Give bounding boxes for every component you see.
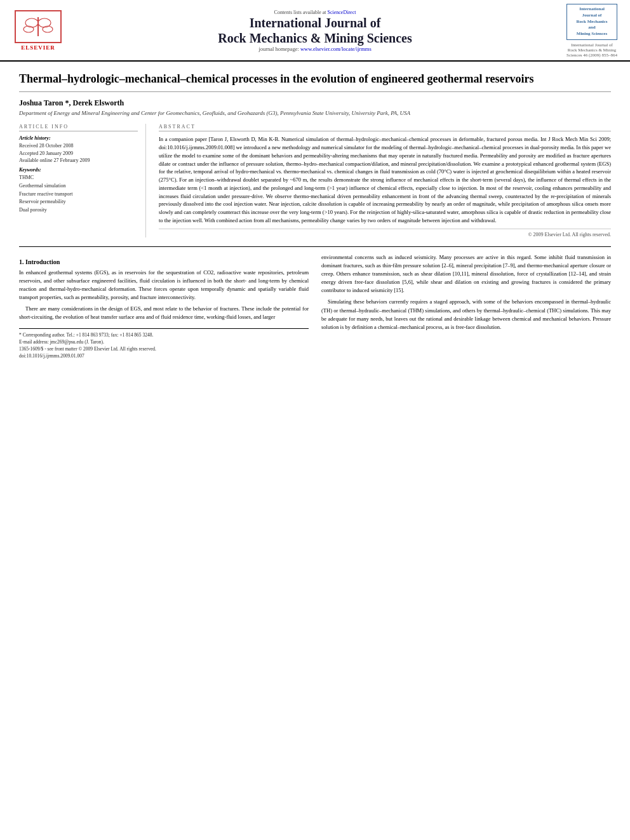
main-content: Thermal–hydrologic–mechanical–chemical p… <box>0 62 630 373</box>
keywords-list: THMC Geothermal simulation Fracture reac… <box>19 174 138 215</box>
keywords-heading: Keywords: <box>19 167 138 173</box>
article-title: Thermal–hydrologic–mechanical–chemical p… <box>19 72 611 92</box>
keyword-dual: Dual porosity <box>19 206 138 215</box>
body-text-right: environmental concerns such as induced s… <box>321 253 611 332</box>
body-divider <box>19 246 611 247</box>
footnote-email: E-mail address: jmc269@psu.edu (J. Taron… <box>19 338 309 345</box>
footnote-area: * Corresponding author. Tel.: +1 814 863… <box>19 328 309 360</box>
body-col-left: 1. Introduction In enhanced geothermal s… <box>19 253 309 360</box>
elsevier-graphic-icon <box>19 14 57 38</box>
science-direct-link[interactable]: ScienceDirect <box>328 10 356 15</box>
authors: Joshua Taron *, Derek Elsworth <box>19 98 611 108</box>
journal-logo-box: InternationalJournal ofRock Mechanicsand… <box>566 4 617 40</box>
section1-title: 1. Introduction <box>19 258 309 265</box>
keyword-reservoir: Reservoir permeability <box>19 198 138 206</box>
elsevier-label: ELSEVIER <box>13 44 64 51</box>
keyword-fracture: Fracture reactive transport <box>19 190 138 199</box>
keyword-geothermal: Geothermal simulation <box>19 182 138 190</box>
footer-issn: 1365-1609/$ - see front matter © 2009 El… <box>19 345 309 352</box>
journal-title: International Journal of Rock Mechanics … <box>64 15 566 46</box>
contents-line: Contents lists available at ScienceDirec… <box>64 10 566 15</box>
copyright-line: © 2009 Elsevier Ltd. All rights reserved… <box>159 229 611 237</box>
history-heading: Article history: <box>19 135 138 141</box>
accepted-date: Accepted 20 January 2009 <box>19 150 138 157</box>
footnote-star: * Corresponding author. Tel.: +1 814 863… <box>19 331 309 338</box>
abstract-heading: ABSTRACT <box>159 124 611 131</box>
homepage-link[interactable]: www.elsevier.com/locate/ijrmms <box>300 46 372 52</box>
body-col-right: environmental concerns such as induced s… <box>321 253 611 360</box>
body-section: 1. Introduction In enhanced geothermal s… <box>19 253 611 360</box>
elsevier-logo: ELSEVIER <box>13 10 64 51</box>
journal-header: ELSEVIER Contents lists available at Sci… <box>0 0 630 62</box>
article-info-heading: ARTICLE INFO <box>19 124 138 131</box>
body-text-left: In enhanced geothermal systems (EGS), as… <box>19 269 309 322</box>
footer-doi: doi:10.1016/j.ijrmms.2009.01.007 <box>19 352 309 359</box>
journal-title-block: Contents lists available at ScienceDirec… <box>64 10 566 52</box>
journal-issue: International Journal of Rock Mechanics … <box>566 43 617 58</box>
affiliation: Department of Energy and Mineral Enginee… <box>19 110 611 116</box>
received-date: Received 28 October 2008 <box>19 142 138 149</box>
journal-homepage: journal homepage: www.elsevier.com/locat… <box>64 46 566 52</box>
available-date: Available online 27 February 2009 <box>19 157 138 164</box>
article-info-abstract: ARTICLE INFO Article history: Received 2… <box>19 124 611 237</box>
abstract-text: In a companion paper [Taron J, Elsworth … <box>159 135 611 224</box>
article-info-section: ARTICLE INFO Article history: Received 2… <box>19 124 146 237</box>
abstract-section: ABSTRACT In a companion paper [Taron J, … <box>159 124 611 237</box>
journal-logo-right: InternationalJournal ofRock Mechanicsand… <box>566 4 617 58</box>
keyword-thmc: THMC <box>19 174 138 182</box>
